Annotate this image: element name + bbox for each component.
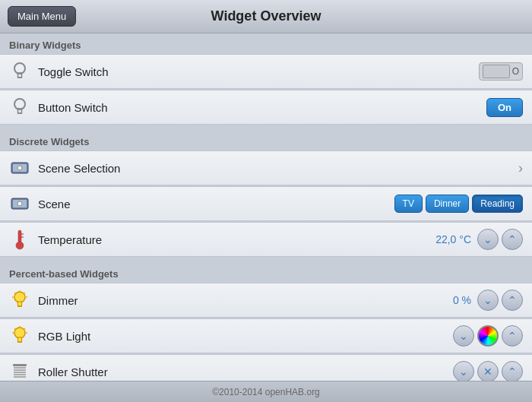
scene-tv-button[interactable]: TV bbox=[394, 195, 423, 213]
scene-icon bbox=[9, 193, 30, 214]
scene-buttons: TV Dinner Reading bbox=[394, 195, 523, 213]
footer: ©2010-2014 openHAB.org bbox=[0, 381, 532, 402]
roller-shutter-label: Roller Shutter bbox=[38, 366, 453, 378]
svg-rect-36 bbox=[14, 374, 26, 375]
svg-line-21 bbox=[24, 293, 26, 294]
on-button[interactable]: On bbox=[486, 98, 523, 117]
svg-line-20 bbox=[14, 293, 16, 294]
roller-shutter-row: Roller Shutter ⌄ ✕ ⌃ bbox=[0, 354, 532, 381]
temperature-label: Temperature bbox=[38, 233, 435, 246]
toggle-track[interactable] bbox=[483, 65, 510, 78]
svg-line-29 bbox=[24, 328, 26, 330]
svg-rect-32 bbox=[13, 364, 27, 366]
toggle-switch-controls: O bbox=[479, 62, 523, 81]
button-switch-icon bbox=[9, 97, 30, 118]
dimmer-up-button[interactable]: ⌃ bbox=[502, 290, 523, 311]
svg-rect-17 bbox=[18, 302, 22, 306]
section-percent-label: Percent-based Widgets bbox=[0, 262, 532, 283]
svg-rect-33 bbox=[14, 367, 26, 369]
svg-rect-25 bbox=[18, 337, 22, 342]
svg-line-28 bbox=[14, 328, 16, 330]
shutter-stop-button[interactable]: ✕ bbox=[477, 361, 499, 381]
toggle-switch-row: Toggle Switch O bbox=[0, 54, 532, 89]
rgb-light-icon bbox=[9, 325, 30, 347]
section-discrete-label: Discrete Widgets bbox=[0, 130, 532, 150]
toggle-switch-icon bbox=[9, 61, 30, 82]
dimmer-icon bbox=[9, 290, 30, 311]
content-area: Binary Widgets Toggle Switch O B bbox=[0, 33, 532, 381]
button-switch-row: Button Switch On bbox=[0, 90, 532, 125]
scene-row: Scene TV Dinner Reading bbox=[0, 186, 532, 221]
toggle-switch-label: Toggle Switch bbox=[38, 65, 479, 78]
dimmer-controls: 0 % ⌄ ⌃ bbox=[453, 290, 523, 311]
toggle-control[interactable]: O bbox=[479, 62, 523, 81]
copyright-text: ©2010-2014 openHAB.org bbox=[212, 387, 320, 397]
temperature-controls: 22,0 °C ⌄ ⌃ bbox=[435, 229, 523, 250]
svg-rect-34 bbox=[14, 369, 26, 371]
header: Main Menu Widget Overview bbox=[0, 0, 532, 33]
section-binary-label: Binary Widgets bbox=[0, 33, 532, 54]
temperature-down-button[interactable]: ⌄ bbox=[477, 229, 499, 250]
rgb-light-label: RGB Light bbox=[38, 330, 453, 343]
roller-shutter-controls: ⌄ ✕ ⌃ bbox=[453, 361, 523, 381]
scene-dinner-button[interactable]: Dinner bbox=[426, 195, 469, 213]
scene-selection-chevron: › bbox=[518, 160, 523, 176]
svg-point-0 bbox=[14, 63, 25, 74]
svg-point-16 bbox=[14, 292, 25, 302]
svg-point-8 bbox=[17, 166, 22, 170]
scene-reading-button[interactable]: Reading bbox=[472, 195, 523, 213]
svg-point-3 bbox=[14, 99, 25, 109]
rgb-up-button[interactable]: ⌃ bbox=[502, 325, 523, 347]
dimmer-row: Dimmer 0 % ⌄ ⌃ bbox=[0, 283, 532, 318]
dimmer-label: Dimmer bbox=[38, 294, 453, 307]
dimmer-down-button[interactable]: ⌄ bbox=[477, 290, 499, 311]
color-picker-button[interactable] bbox=[477, 325, 499, 347]
rgb-down-button[interactable]: ⌄ bbox=[453, 325, 474, 347]
scene-selection-row[interactable]: Scene Selection › bbox=[0, 150, 532, 185]
shutter-down-button[interactable]: ⌄ bbox=[453, 361, 474, 381]
rgb-light-row: RGB Light ⌄ ⌃ bbox=[0, 318, 532, 353]
roller-shutter-icon bbox=[9, 361, 30, 381]
main-menu-button[interactable]: Main Menu bbox=[8, 6, 76, 27]
svg-point-11 bbox=[17, 201, 22, 206]
svg-rect-12 bbox=[18, 230, 21, 242]
button-switch-label: Button Switch bbox=[38, 101, 486, 114]
svg-rect-37 bbox=[14, 376, 26, 378]
rgb-light-controls: ⌄ ⌃ bbox=[453, 325, 523, 347]
temperature-row: Temperature 22,0 °C ⌄ ⌃ bbox=[0, 222, 532, 257]
dimmer-value: 0 % bbox=[453, 294, 471, 306]
toggle-off-label: O bbox=[512, 66, 519, 77]
svg-point-24 bbox=[14, 328, 25, 338]
scene-selection-label: Scene Selection bbox=[38, 162, 518, 175]
temperature-icon bbox=[9, 229, 30, 250]
svg-rect-35 bbox=[14, 372, 26, 373]
temperature-value: 22,0 °C bbox=[435, 233, 471, 245]
page-title: Widget Overview bbox=[211, 8, 321, 24]
temperature-up-button[interactable]: ⌃ bbox=[502, 229, 523, 250]
chevron-right-icon: › bbox=[518, 160, 523, 176]
scene-label: Scene bbox=[38, 198, 394, 210]
shutter-up-button[interactable]: ⌃ bbox=[502, 361, 523, 381]
button-switch-controls: On bbox=[486, 98, 523, 117]
svg-point-13 bbox=[16, 242, 24, 249]
scene-selection-icon bbox=[9, 157, 30, 179]
